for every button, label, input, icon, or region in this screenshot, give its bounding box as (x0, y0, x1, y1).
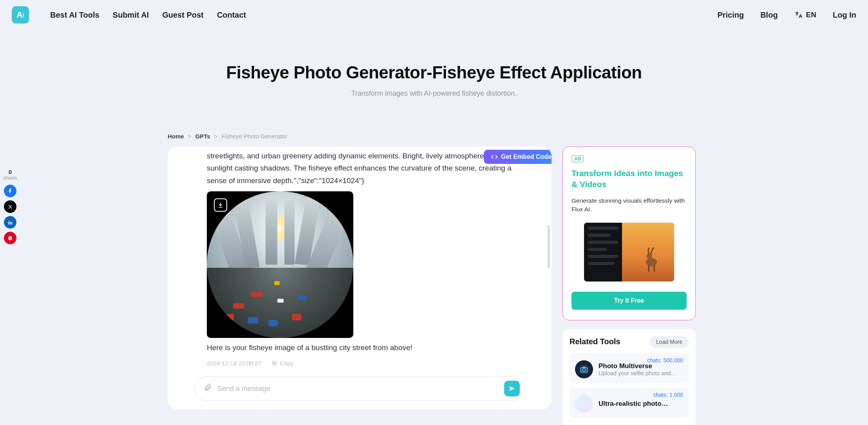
share-pinterest[interactable] (4, 232, 16, 244)
nav-left: Best AI Tools Submit AI Guest Post Conta… (50, 11, 246, 20)
get-embed-code-button[interactable]: Get Embed Code (484, 150, 552, 164)
send-icon (508, 385, 515, 392)
tool-avatar (575, 395, 593, 413)
page-title: Fisheye Photo Generator-Fisheye Effect A… (0, 63, 868, 82)
svg-rect-4 (648, 265, 650, 272)
related-title: Related Tools (570, 337, 620, 346)
svg-point-7 (582, 368, 585, 371)
promo-desc: Generate stunning visuals effortlessly w… (571, 196, 687, 214)
promo-card[interactable]: AD Transform Ideas into Images & Videos … (562, 147, 696, 320)
tool-name: Ultra-realistic photo… (599, 400, 668, 408)
site-logo[interactable]: Ai (12, 6, 29, 24)
translate-icon (794, 11, 803, 19)
breadcrumb-sep: > (214, 133, 218, 140)
breadcrumb-current: Fisheye Photo Generator (221, 133, 287, 140)
nav-submit-ai[interactable]: Submit AI (113, 11, 149, 20)
svg-point-3 (647, 253, 652, 258)
paperclip-icon (203, 383, 212, 392)
try-it-free-button[interactable]: Try It Free (571, 292, 687, 310)
share-count: 0 (2, 169, 18, 175)
message-input[interactable] (217, 385, 504, 393)
nav-guest-post[interactable]: Guest Post (162, 11, 204, 20)
generated-image[interactable] (207, 191, 353, 338)
nav-best-ai-tools[interactable]: Best AI Tools (50, 11, 99, 20)
message-timestamp: 2024-12-18 22:00:27 (207, 360, 261, 367)
related-tool-item[interactable]: chats: 500,000 Photo Multiverse Upload y… (570, 353, 689, 383)
nav-right: Pricing Blog EN Log In (717, 11, 856, 20)
message-input-row (194, 376, 525, 401)
embed-label: Get Embed Code (501, 153, 552, 160)
linkedin-icon (8, 220, 13, 225)
pinterest-icon (8, 236, 13, 241)
topbar: Ai Best AI Tools Submit AI Guest Post Co… (0, 0, 868, 30)
tool-name: Photo Multiverse (599, 362, 676, 370)
tr (575, 360, 593, 378)
promo-title: Transform Ideas into Images & Videos (571, 168, 687, 190)
sidebar: AD Transform Ideas into Images & Videos … (562, 147, 696, 425)
ad-badge: AD (571, 155, 584, 162)
related-tools: Related Tools Load More chats: 500,000 P… (562, 329, 696, 425)
copy-icon (271, 360, 277, 366)
chat-card: Get Embed Code streetlights, and urban g… (168, 147, 552, 409)
language-code: EN (806, 11, 816, 19)
main-area: Get Embed Code streetlights, and urban g… (168, 147, 700, 425)
breadcrumb-gpts[interactable]: GPTs (195, 133, 210, 140)
svg-point-2 (646, 258, 657, 266)
share-facebook[interactable] (4, 185, 16, 197)
tool-chats-count: chats: 500,000 (647, 357, 683, 363)
code-icon (491, 153, 498, 160)
share-rail: 0 shares (2, 169, 18, 247)
load-more-button[interactable]: Load More (650, 336, 689, 348)
download-image-button[interactable] (214, 198, 227, 212)
tool-chats-count: chats: 1,000 (653, 392, 683, 398)
share-linkedin[interactable] (4, 216, 16, 229)
nav-contact[interactable]: Contact (217, 11, 246, 20)
antelope-icon (641, 247, 664, 274)
breadcrumb: Home > GPTs > Fisheye Photo Generator (168, 133, 700, 140)
svg-rect-5 (654, 265, 655, 272)
share-x[interactable] (4, 200, 16, 213)
breadcrumb-sep: > (188, 133, 192, 140)
message-meta: 2024-12-18 22:00:27 Copy (207, 360, 512, 367)
tool-desc: Upload your selfie photo and… (599, 370, 676, 376)
x-icon (8, 204, 13, 209)
nav-pricing[interactable]: Pricing (717, 11, 744, 20)
download-icon (217, 202, 224, 208)
breadcrumb-home[interactable]: Home (168, 133, 184, 140)
page-subtitle: Transform images with AI-powered fisheye… (0, 89, 868, 98)
login-link[interactable]: Log In (833, 11, 856, 20)
language-switch[interactable]: EN (794, 11, 816, 19)
assistant-caption: Here is your fisheye image of a bustling… (207, 343, 512, 352)
copy-label: Copy (280, 360, 293, 367)
facebook-icon (7, 188, 13, 194)
copy-button[interactable]: Copy (271, 360, 293, 367)
hero: Fisheye Photo Generator-Fisheye Effect A… (0, 63, 868, 98)
scrollbar[interactable] (548, 225, 550, 268)
share-label: shares (2, 175, 18, 181)
assistant-message-text: streetlights, and urban greenery adding … (207, 150, 512, 187)
promo-preview (584, 223, 674, 282)
camera-icon (580, 365, 588, 374)
svg-rect-8 (8, 222, 9, 224)
nav-blog[interactable]: Blog (760, 11, 778, 20)
attach-button[interactable] (203, 383, 212, 394)
chat-body: streetlights, and urban greenery adding … (207, 147, 512, 367)
send-button[interactable] (504, 381, 520, 396)
svg-point-9 (8, 220, 9, 221)
related-tool-item[interactable]: chats: 1,000 Ultra-realistic photo… (570, 388, 689, 418)
